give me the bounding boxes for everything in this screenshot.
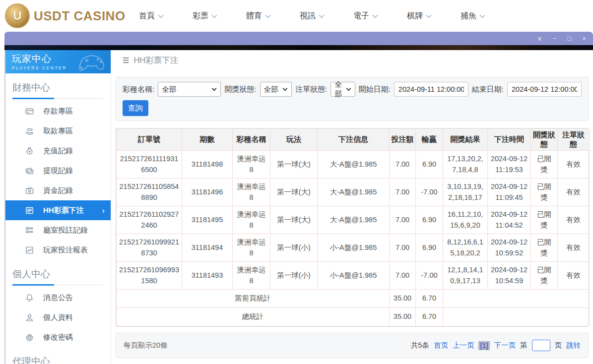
brand-text: USDT CASINO: [34, 8, 126, 24]
window-maximize-icon[interactable]: □: [568, 35, 572, 42]
sidebar-item-player-bet-report[interactable]: 玩家投注報表: [5, 240, 111, 260]
chevron-down-icon: [346, 86, 351, 91]
table-cell: 有效: [558, 179, 590, 206]
page-jump-input[interactable]: [532, 340, 550, 351]
order-status-label: 注單狀態:: [295, 85, 327, 94]
pagination-bar: 每頁顯示20條 共5条 首页 上一页 [1] 下一页 第 页 跳转: [116, 333, 589, 358]
nav-item-video[interactable]: 視訊: [300, 11, 324, 21]
column-header: 彩種名稱: [233, 129, 270, 151]
window-minimize-icon[interactable]: −: [553, 35, 557, 42]
nav-item-label: 棋牌: [407, 11, 423, 21]
sidebar-item-label: 個人資料: [43, 313, 73, 322]
table-cell: 31181493: [182, 262, 233, 290]
table-row: 215217261099921873031181494澳洲幸运8第一球(小)小-…: [117, 234, 590, 262]
summary-bet-total: 35.00: [390, 308, 416, 326]
sidebar-item-deposit-area[interactable]: 存款專區: [5, 101, 111, 121]
withdraw-hand-icon: [25, 127, 34, 135]
sidebar-item-label: 玩家投注報表: [43, 245, 88, 255]
next-page-link[interactable]: 下一页: [494, 341, 516, 350]
window-close-icon[interactable]: ×: [582, 35, 586, 42]
column-header: 玩法: [270, 129, 318, 151]
sidebar-item-change-password[interactable]: 修改密碼: [5, 327, 111, 347]
nav-item-board-games[interactable]: 棋牌: [407, 11, 431, 21]
table-cell: 大-A盤@1.985: [318, 179, 390, 206]
lottery-list-icon: [25, 206, 34, 215]
search-button[interactable]: 查詢: [123, 100, 148, 116]
summary-win-loss: 6.70: [416, 290, 443, 308]
table-cell: 2152172610969931580: [117, 262, 182, 290]
sidebar-item-announcements[interactable]: 消息公告: [5, 288, 111, 307]
table-cell: 16,11,2,10,15,6,9,20: [443, 206, 488, 234]
table-cell: 3,10,13,19,2,18,16,17: [443, 179, 488, 206]
site-top-nav: U USDT CASINO 首頁彩票體育視訊電子棋牌捕魚: [0, 0, 593, 32]
start-date-input[interactable]: [394, 82, 468, 97]
draw-status-select[interactable]: 全部: [260, 82, 292, 97]
section-underline: [12, 284, 103, 286]
bell-icon: [25, 294, 34, 302]
logo-letter: U: [13, 9, 21, 23]
table-cell: 7.00: [390, 206, 416, 234]
sidebar-item-room-bet-records[interactable]: 廳室投註記錄: [5, 220, 111, 240]
sidebar-section-title: 代理中心: [5, 347, 111, 364]
sidebar-item-withdraw-records[interactable]: 提現記錄: [5, 161, 111, 181]
sidebar-item-hh-lottery-bets[interactable]: HH彩票下注›: [5, 200, 111, 220]
window-collapse-icon[interactable]: ∨: [537, 35, 542, 42]
current-page[interactable]: [1]: [478, 341, 489, 350]
end-date-input[interactable]: [507, 82, 582, 97]
sidebar-item-label: 充值記錄: [43, 146, 73, 156]
column-header: 輸贏: [416, 129, 443, 151]
window-controls: ∨ − □ ×: [537, 35, 586, 42]
table-cell: 已開獎: [531, 206, 558, 234]
table-cell: 已開獎: [531, 262, 558, 290]
jump-link[interactable]: 跳转: [566, 341, 581, 350]
column-header: 注單狀態: [558, 129, 590, 151]
table-row: 215217261105854889031181496澳洲幸运8第一球(大)大-…: [117, 179, 590, 206]
nav-item-label: 體育: [246, 11, 262, 21]
chevron-down-icon: [479, 12, 485, 18]
first-page-link[interactable]: 首页: [434, 341, 448, 350]
funds-record-icon: [25, 186, 34, 195]
sidebar-item-withdraw-area[interactable]: 取款專區: [5, 121, 111, 141]
table-cell: 7.00: [390, 234, 416, 262]
app-window: ∨ − □ × 玩家中心 PLAYERS CENTER 財務中心存款專區取款專區…: [4, 32, 593, 364]
table-cell: 31181498: [182, 151, 233, 179]
total-count: 共5条: [411, 341, 429, 350]
room-records-icon: [25, 226, 34, 235]
column-header: 下注信息: [318, 129, 390, 151]
table-cell: 大-A盤@1.985: [318, 206, 390, 234]
nav-item-sports[interactable]: 體育: [246, 11, 270, 21]
sidebar-item-funds-records[interactable]: 資金記錄: [5, 181, 111, 200]
prev-page-link[interactable]: 上一页: [453, 341, 474, 350]
sidebar-item-profile[interactable]: 個人資料: [5, 307, 111, 327]
table-cell: 第一球(小): [270, 234, 318, 262]
nav-item-fishing[interactable]: 捕魚: [461, 11, 484, 21]
summary-label: 當前頁統計: [117, 290, 390, 308]
user-icon: [25, 313, 34, 322]
sidebar-item-label: 資金記錄: [43, 186, 73, 195]
sidebar-item-label: 修改密碼: [43, 333, 73, 342]
nav-item-home[interactable]: 首頁: [139, 11, 163, 21]
summary-empty-cell: [443, 308, 590, 326]
table-cell: 有效: [558, 151, 590, 179]
table-cell: 小-A盤@1.985: [318, 234, 390, 262]
table-header-row: 訂單號期數彩種名稱玩法下注信息投注額輸贏開獎結果下注時間開獎狀態注單狀態: [117, 129, 590, 151]
table-cell: 2024-09-12 11:19:53: [488, 151, 531, 179]
hamburger-menu-icon[interactable]: ☰: [123, 56, 129, 65]
nav-item-electronic[interactable]: 電子: [353, 11, 377, 21]
order-status-select[interactable]: 全部: [330, 82, 355, 97]
table-cell: 2024-09-12 11:04:52: [488, 206, 531, 234]
table-cell: 2024-09-12 11:09:45: [488, 179, 531, 206]
table-cell: 7.00: [390, 179, 416, 206]
lottery-name-select[interactable]: 全部: [158, 82, 221, 97]
table-cell: 已開獎: [531, 179, 558, 206]
sidebar-item-recharge-records[interactable]: 充值記錄: [5, 141, 111, 161]
chevron-right-icon: ›: [102, 206, 105, 215]
table-cell: 2024-09-12 10:59:52: [488, 234, 531, 262]
draw-status-label: 開獎狀態:: [224, 85, 256, 94]
nav-item-lottery[interactable]: 彩票: [193, 11, 216, 21]
table-cell: 12,1,8,14,10,9,17,13: [443, 262, 488, 290]
chevron-down-icon: [211, 12, 217, 18]
brand[interactable]: U USDT CASINO: [5, 3, 133, 28]
table-row: 215217261096993158031181493澳洲幸运8第一球(小)小-…: [117, 262, 590, 290]
sidebar: 玩家中心 PLAYERS CENTER 財務中心存款專區取款專區充值記錄提現記錄…: [5, 50, 111, 364]
